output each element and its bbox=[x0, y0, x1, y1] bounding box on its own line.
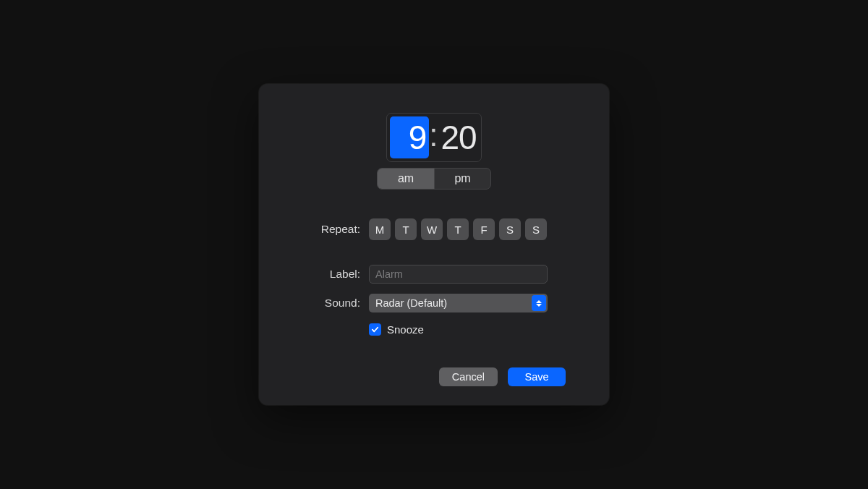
cancel-button[interactable]: Cancel bbox=[439, 367, 498, 386]
sound-select[interactable]: Radar (Default) bbox=[369, 294, 548, 312]
day-thu[interactable]: T bbox=[447, 218, 469, 240]
day-mon[interactable]: M bbox=[369, 218, 391, 240]
day-fri[interactable]: F bbox=[473, 218, 495, 240]
repeat-label: Repeat: bbox=[302, 223, 369, 236]
save-button[interactable]: Save bbox=[508, 367, 566, 386]
repeat-day-buttons: M T W T F S S bbox=[369, 218, 547, 240]
snooze-checkbox[interactable]: Snooze bbox=[369, 323, 424, 336]
label-field-label: Label: bbox=[302, 268, 369, 281]
snooze-row: Snooze bbox=[302, 323, 566, 336]
day-wed[interactable]: W bbox=[421, 218, 443, 240]
label-input[interactable] bbox=[369, 265, 548, 284]
sound-field-label: Sound: bbox=[302, 297, 369, 310]
time-box: 9 : 20 bbox=[386, 113, 481, 162]
day-sun[interactable]: S bbox=[525, 218, 547, 240]
minute-segment[interactable]: 20 bbox=[438, 116, 478, 158]
sound-row: Sound: Radar (Default) bbox=[302, 294, 566, 312]
checkmark-icon bbox=[369, 323, 381, 336]
ampm-toggle[interactable]: am pm bbox=[377, 168, 491, 190]
label-row: Label: bbox=[302, 265, 566, 284]
dialog-actions: Cancel Save bbox=[302, 367, 566, 386]
pm-segment[interactable]: pm bbox=[434, 169, 490, 189]
time-colon: : bbox=[429, 119, 438, 156]
time-picker: 9 : 20 am pm bbox=[302, 113, 566, 190]
hour-segment[interactable]: 9 bbox=[390, 116, 429, 158]
repeat-row: Repeat: M T W T F S S bbox=[302, 218, 566, 240]
alarm-edit-dialog: 9 : 20 am pm Repeat: M T W T F S S Label… bbox=[259, 84, 609, 405]
day-sat[interactable]: S bbox=[499, 218, 521, 240]
day-tue[interactable]: T bbox=[395, 218, 417, 240]
sound-select-value[interactable]: Radar (Default) bbox=[369, 294, 548, 312]
snooze-label: Snooze bbox=[387, 323, 424, 336]
am-segment[interactable]: am bbox=[378, 169, 434, 189]
